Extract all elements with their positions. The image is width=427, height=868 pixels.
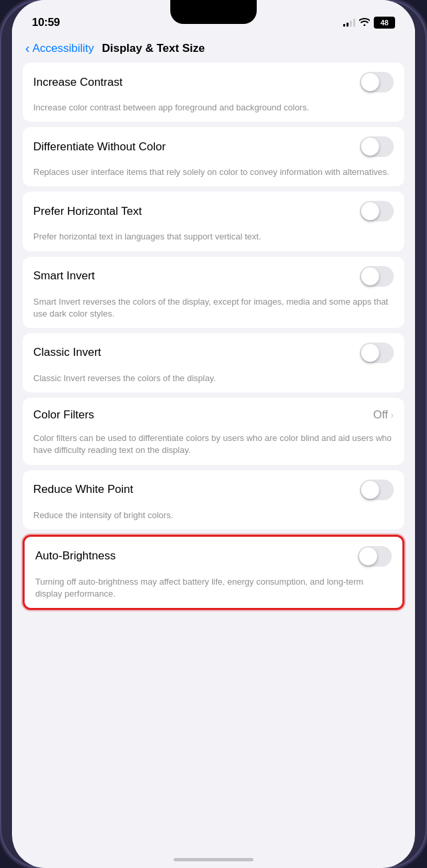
signal-bar-3 (350, 21, 352, 27)
nav-header: ‹ Accessibility Display & Text Size (12, 36, 415, 63)
smart-invert-row[interactable]: Smart Invert (23, 257, 404, 296)
auto-brightness-label: Auto-Brightness (35, 549, 116, 563)
classic-invert-label: Classic Invert (33, 346, 101, 359)
reduce-white-point-card[interactable]: Reduce White Point Reduce the intensity … (23, 470, 404, 529)
home-indicator (174, 858, 253, 861)
toggle-knob (361, 138, 379, 156)
auto-brightness-desc: Turning off auto-brightness may affect b… (25, 576, 402, 608)
reduce-white-point-label: Reduce White Point (33, 483, 133, 496)
signal-bar-4 (353, 19, 355, 27)
notch (170, 0, 257, 24)
increase-contrast-desc: Increase color contrast between app fore… (23, 102, 404, 122)
color-filters-desc: Color filters can be used to differentia… (23, 432, 404, 464)
reduce-white-point-desc: Reduce the intensity of bright colors. (23, 509, 404, 529)
chevron-right-icon: › (390, 410, 394, 420)
color-filters-card[interactable]: Color Filters Off › Color filters can be… (23, 398, 404, 464)
toggle-knob (361, 267, 379, 285)
classic-invert-row[interactable]: Classic Invert (23, 333, 404, 372)
differentiate-without-color-toggle[interactable] (360, 136, 394, 157)
phone-screen: 10:59 48 (12, 0, 415, 868)
toggle-knob (361, 202, 379, 220)
prefer-horizontal-text-label: Prefer Horizontal Text (33, 205, 142, 218)
smart-invert-desc: Smart Invert reverses the colors of the … (23, 296, 404, 328)
increase-contrast-row[interactable]: Increase Contrast (23, 63, 404, 102)
status-time: 10:59 (32, 16, 60, 29)
content-area: Increase Contrast Increase color contras… (12, 63, 415, 857)
status-icons: 48 (343, 17, 395, 29)
prefer-horizontal-text-toggle[interactable] (360, 201, 394, 221)
classic-invert-card[interactable]: Classic Invert Classic Invert reverses t… (23, 333, 404, 392)
toggle-knob (361, 481, 379, 499)
increase-contrast-card[interactable]: Increase Contrast Increase color contras… (23, 63, 404, 122)
increase-contrast-label: Increase Contrast (33, 76, 122, 89)
differentiate-without-color-desc: Replaces user interface items that rely … (23, 166, 404, 186)
differentiate-without-color-card[interactable]: Differentiate Without Color Replaces use… (23, 127, 404, 186)
classic-invert-desc: Classic Invert reverses the colors of th… (23, 372, 404, 392)
reduce-white-point-row[interactable]: Reduce White Point (23, 470, 404, 509)
signal-bar-2 (347, 23, 349, 27)
phone-frame: 10:59 48 (0, 0, 427, 868)
increase-contrast-toggle[interactable] (360, 72, 394, 92)
classic-invert-toggle[interactable] (360, 343, 394, 363)
signal-bar-1 (343, 24, 345, 27)
toggle-knob (361, 344, 379, 362)
color-filters-label: Color Filters (33, 408, 94, 422)
page-title: Display & Text Size (102, 42, 205, 55)
differentiate-without-color-row[interactable]: Differentiate Without Color (23, 127, 404, 166)
prefer-horizontal-text-card[interactable]: Prefer Horizontal Text Prefer horizontal… (23, 192, 404, 251)
battery-indicator: 48 (374, 17, 395, 29)
color-filters-row[interactable]: Color Filters Off › (23, 398, 404, 432)
back-label: Accessibility (33, 42, 94, 55)
toggle-knob (361, 73, 379, 91)
auto-brightness-row[interactable]: Auto-Brightness (25, 537, 402, 576)
toggle-knob (359, 547, 377, 565)
smart-invert-card[interactable]: Smart Invert Smart Invert reverses the c… (23, 257, 404, 328)
back-chevron-icon: ‹ (25, 41, 30, 56)
smart-invert-label: Smart Invert (33, 269, 95, 283)
smart-invert-toggle[interactable] (360, 266, 394, 287)
auto-brightness-card[interactable]: Auto-Brightness Turning off auto-brightn… (23, 535, 404, 610)
back-button[interactable]: ‹ Accessibility (25, 41, 94, 56)
prefer-horizontal-text-row[interactable]: Prefer Horizontal Text (23, 192, 404, 231)
prefer-horizontal-text-desc: Prefer horizontal text in languages that… (23, 231, 404, 251)
color-filters-value-text: Off (373, 408, 388, 422)
signal-icon (343, 19, 355, 27)
wifi-icon (359, 17, 370, 28)
reduce-white-point-toggle[interactable] (360, 480, 394, 500)
differentiate-without-color-label: Differentiate Without Color (33, 140, 166, 154)
color-filters-value: Off › (373, 408, 394, 422)
auto-brightness-toggle[interactable] (358, 546, 392, 567)
